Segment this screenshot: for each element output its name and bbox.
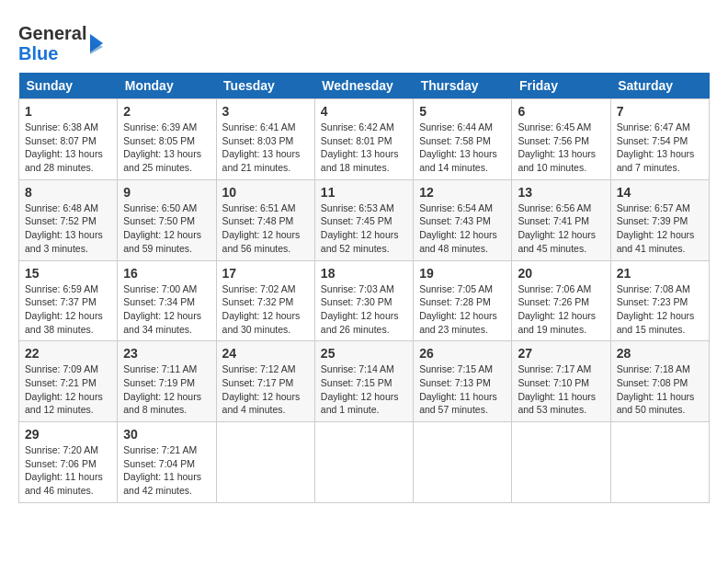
day-number: 30 bbox=[123, 427, 210, 442]
day-number: 5 bbox=[419, 104, 506, 119]
calendar-cell: 13 Sunrise: 6:56 AM Sunset: 7:41 PM Dayl… bbox=[512, 179, 610, 260]
calendar-cell: 29 Sunrise: 7:20 AM Sunset: 7:06 PM Dayl… bbox=[19, 422, 118, 503]
header: General Blue bbox=[18, 18, 710, 63]
daylight-text: Daylight: 12 hours bbox=[419, 310, 497, 321]
calendar-cell bbox=[610, 422, 709, 503]
day-info: Sunrise: 6:57 AM Sunset: 7:39 PM Dayligh… bbox=[617, 201, 703, 256]
logo: General Blue bbox=[18, 18, 108, 63]
sunset-text: Sunset: 7:34 PM bbox=[123, 296, 195, 307]
sunrise-text: Sunrise: 7:08 AM bbox=[617, 283, 690, 294]
sunrise-text: Sunrise: 7:21 AM bbox=[123, 444, 197, 455]
day-info: Sunrise: 6:59 AM Sunset: 7:37 PM Dayligh… bbox=[25, 282, 111, 337]
day-number: 3 bbox=[222, 104, 309, 119]
daylight-minutes-text: and 28 minutes. bbox=[25, 162, 94, 173]
day-info: Sunrise: 6:56 AM Sunset: 7:41 PM Dayligh… bbox=[518, 201, 604, 256]
sunrise-text: Sunrise: 6:50 AM bbox=[123, 202, 197, 213]
logo-arrow-icon bbox=[90, 30, 108, 56]
day-number: 26 bbox=[419, 346, 506, 361]
sunset-text: Sunset: 7:17 PM bbox=[222, 377, 294, 388]
calendar-cell: 7 Sunrise: 6:47 AM Sunset: 7:54 PM Dayli… bbox=[610, 99, 709, 180]
daylight-text: Daylight: 13 hours bbox=[123, 148, 201, 159]
sunset-text: Sunset: 7:54 PM bbox=[617, 135, 688, 146]
day-number: 6 bbox=[518, 104, 604, 119]
sunset-text: Sunset: 7:32 PM bbox=[222, 296, 294, 307]
daylight-text: Daylight: 13 hours bbox=[518, 148, 596, 159]
daylight-text: Daylight: 11 hours bbox=[617, 391, 695, 402]
day-number: 8 bbox=[25, 185, 111, 200]
daylight-minutes-text: and 30 minutes. bbox=[222, 324, 291, 335]
day-number: 1 bbox=[25, 104, 111, 119]
day-number: 21 bbox=[617, 266, 703, 281]
sunset-text: Sunset: 7:21 PM bbox=[25, 377, 97, 388]
sunrise-text: Sunrise: 6:54 AM bbox=[419, 202, 493, 213]
weekday-header: Wednesday bbox=[314, 73, 413, 99]
calendar-cell bbox=[314, 422, 413, 503]
sunrise-text: Sunrise: 7:03 AM bbox=[321, 283, 394, 294]
sunrise-text: Sunrise: 6:47 AM bbox=[617, 121, 690, 132]
daylight-minutes-text: and 26 minutes. bbox=[321, 324, 390, 335]
sunset-text: Sunset: 7:28 PM bbox=[419, 296, 491, 307]
sunrise-text: Sunrise: 6:38 AM bbox=[25, 121, 98, 132]
sunset-text: Sunset: 7:48 PM bbox=[222, 215, 294, 226]
sunrise-text: Sunrise: 7:12 AM bbox=[222, 363, 296, 374]
day-number: 18 bbox=[321, 266, 407, 281]
day-number: 13 bbox=[518, 185, 604, 200]
day-number: 20 bbox=[518, 266, 604, 281]
logo-container: General Blue bbox=[18, 23, 108, 63]
daylight-text: Daylight: 13 hours bbox=[25, 148, 103, 159]
daylight-text: Daylight: 12 hours bbox=[518, 229, 596, 240]
sunset-text: Sunset: 7:41 PM bbox=[518, 215, 589, 226]
daylight-text: Daylight: 12 hours bbox=[321, 391, 399, 402]
day-number: 10 bbox=[222, 185, 309, 200]
daylight-minutes-text: and 4 minutes. bbox=[222, 404, 286, 415]
daylight-minutes-text: and 50 minutes. bbox=[617, 404, 686, 415]
sunset-text: Sunset: 7:15 PM bbox=[321, 377, 392, 388]
daylight-minutes-text: and 19 minutes. bbox=[518, 324, 586, 335]
sunrise-text: Sunrise: 7:05 AM bbox=[419, 283, 493, 294]
daylight-minutes-text: and 52 minutes. bbox=[321, 243, 390, 254]
day-info: Sunrise: 7:14 AM Sunset: 7:15 PM Dayligh… bbox=[321, 362, 407, 417]
calendar-cell: 4 Sunrise: 6:42 AM Sunset: 8:01 PM Dayli… bbox=[314, 99, 413, 180]
sunset-text: Sunset: 7:58 PM bbox=[419, 135, 491, 146]
day-info: Sunrise: 6:51 AM Sunset: 7:48 PM Dayligh… bbox=[222, 201, 309, 256]
day-number: 2 bbox=[123, 104, 210, 119]
sunset-text: Sunset: 7:13 PM bbox=[419, 377, 491, 388]
daylight-text: Daylight: 13 hours bbox=[419, 148, 497, 159]
daylight-minutes-text: and 25 minutes. bbox=[123, 162, 192, 173]
sunset-text: Sunset: 8:07 PM bbox=[25, 135, 97, 146]
calendar-cell bbox=[512, 422, 610, 503]
calendar-cell: 8 Sunrise: 6:48 AM Sunset: 7:52 PM Dayli… bbox=[19, 179, 118, 260]
day-info: Sunrise: 6:44 AM Sunset: 7:58 PM Dayligh… bbox=[419, 121, 506, 175]
daylight-text: Daylight: 11 hours bbox=[25, 471, 103, 482]
calendar-cell: 1 Sunrise: 6:38 AM Sunset: 8:07 PM Dayli… bbox=[19, 99, 118, 180]
calendar-week-row: 22 Sunrise: 7:09 AM Sunset: 7:21 PM Dayl… bbox=[19, 341, 710, 422]
sunset-text: Sunset: 7:52 PM bbox=[25, 215, 97, 226]
day-info: Sunrise: 6:47 AM Sunset: 7:54 PM Dayligh… bbox=[617, 121, 703, 175]
daylight-text: Daylight: 12 hours bbox=[123, 229, 201, 240]
day-number: 29 bbox=[25, 427, 111, 442]
sunrise-text: Sunrise: 6:48 AM bbox=[25, 202, 98, 213]
calendar-cell: 21 Sunrise: 7:08 AM Sunset: 7:23 PM Dayl… bbox=[610, 260, 709, 341]
sunrise-text: Sunrise: 6:51 AM bbox=[222, 202, 296, 213]
sunrise-text: Sunrise: 6:59 AM bbox=[25, 283, 98, 294]
daylight-text: Daylight: 11 hours bbox=[518, 391, 596, 402]
day-info: Sunrise: 7:06 AM Sunset: 7:26 PM Dayligh… bbox=[518, 282, 604, 337]
sunrise-text: Sunrise: 6:39 AM bbox=[123, 121, 197, 132]
daylight-text: Daylight: 12 hours bbox=[25, 391, 103, 402]
daylight-minutes-text: and 48 minutes. bbox=[419, 243, 488, 254]
day-info: Sunrise: 7:21 AM Sunset: 7:04 PM Dayligh… bbox=[123, 443, 210, 498]
calendar-cell: 27 Sunrise: 7:17 AM Sunset: 7:10 PM Dayl… bbox=[512, 341, 610, 422]
daylight-minutes-text: and 34 minutes. bbox=[123, 324, 192, 335]
sunrise-text: Sunrise: 6:44 AM bbox=[419, 121, 493, 132]
day-number: 22 bbox=[25, 346, 111, 361]
calendar-cell: 26 Sunrise: 7:15 AM Sunset: 7:13 PM Dayl… bbox=[414, 341, 512, 422]
daylight-text: Daylight: 12 hours bbox=[617, 229, 695, 240]
daylight-minutes-text: and 45 minutes. bbox=[518, 243, 586, 254]
day-info: Sunrise: 6:41 AM Sunset: 8:03 PM Dayligh… bbox=[222, 121, 309, 175]
calendar-cell: 20 Sunrise: 7:06 AM Sunset: 7:26 PM Dayl… bbox=[512, 260, 610, 341]
calendar-cell: 25 Sunrise: 7:14 AM Sunset: 7:15 PM Dayl… bbox=[314, 341, 413, 422]
sunrise-text: Sunrise: 7:20 AM bbox=[25, 444, 98, 455]
day-info: Sunrise: 7:08 AM Sunset: 7:23 PM Dayligh… bbox=[617, 282, 703, 337]
calendar-week-row: 29 Sunrise: 7:20 AM Sunset: 7:06 PM Dayl… bbox=[19, 422, 710, 503]
sunrise-text: Sunrise: 6:42 AM bbox=[321, 121, 394, 132]
